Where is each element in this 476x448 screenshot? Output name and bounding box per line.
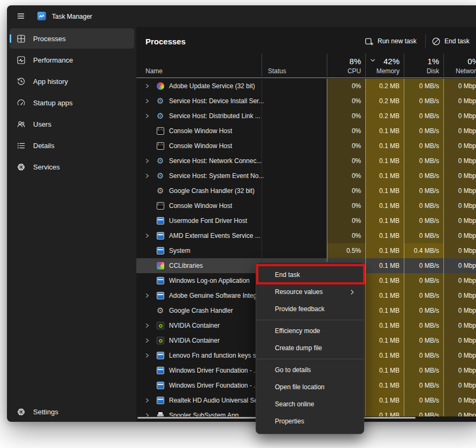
hamburger-menu-icon[interactable] [16, 11, 26, 21]
google-gear-icon: ⚙ [157, 187, 165, 195]
column-header-network[interactable]: 0% Network [443, 53, 476, 78]
expand-chevron-icon[interactable] [144, 113, 151, 119]
status-cell [262, 213, 327, 228]
table-row[interactable]: ⚙Service Host: Network Connec...0%0.1 MB… [136, 153, 476, 168]
network-cell: 0 Mbps [443, 408, 476, 416]
network-cell: 0 Mbps [443, 123, 476, 138]
windows-app-icon [157, 247, 165, 254]
expand-chevron-icon[interactable] [144, 397, 151, 404]
sidebar-item-settings[interactable]: Settings [10, 401, 134, 422]
menu-item-open-file-location[interactable]: Open file location [256, 379, 364, 396]
cc-icon [157, 262, 165, 269]
memory-cell: 0.1 MB [365, 198, 404, 213]
table-row[interactable]: ⚙Service Host: Distributed Link ...0%0.2… [136, 109, 476, 123]
expand-chevron-icon[interactable] [144, 292, 151, 299]
memory-cell: 0.1 MB [365, 258, 404, 273]
memory-cell: 0.1 MB [365, 153, 404, 168]
table-row[interactable]: Usermode Font Driver Host0%0.1 MB0 MB/s0… [136, 213, 476, 228]
windows-app-icon [157, 292, 165, 299]
memory-cell: 0.1 MB [365, 288, 404, 303]
cpu-cell: 0% [327, 183, 365, 198]
cpu-cell: 0% [327, 153, 365, 168]
toolbar-separator [425, 34, 426, 48]
status-cell [262, 228, 327, 243]
cpu-cell: 0% [327, 228, 365, 243]
process-name: System [169, 247, 190, 254]
expand-chevron-icon[interactable] [144, 337, 151, 344]
disk-cell: 0 MB/s [404, 378, 443, 393]
console-icon: C:\ [157, 127, 165, 135]
status-cell [262, 243, 327, 258]
sidebar-item-services[interactable]: Services [10, 157, 134, 177]
sidebar-item-details[interactable]: Details [10, 135, 134, 156]
process-name: Service Host: Distributed Link ... [169, 112, 260, 120]
process-name: Windows Driver Foundation - ... [169, 382, 259, 389]
run-new-task-label: Run new task [378, 37, 417, 45]
menu-separator [257, 359, 363, 359]
process-name: Usermode Font Driver Host [169, 217, 247, 225]
menu-item-search-online[interactable]: Search online [256, 396, 364, 413]
process-name: Realtek HD Audio Universal Se... [169, 397, 263, 404]
table-row[interactable]: AMD External Events Service ...0%0.1 MB0… [136, 228, 476, 243]
memory-cell: 0.1 MB [365, 333, 404, 348]
network-cell: 0 Mbps [443, 348, 476, 363]
table-row[interactable]: C:\Console Window Host0%0.1 MB0 MB/s0 Mb… [136, 198, 476, 213]
disk-cell: 0 MB/s [404, 363, 443, 378]
memory-cell: 0.1 MB [365, 318, 404, 333]
menu-item-efficiency-mode[interactable]: Efficiency mode [256, 322, 364, 339]
sidebar-item-users[interactable]: Users [10, 114, 134, 134]
table-row[interactable]: C:\Console Window Host0%0.1 MB0 MB/s0 Mb… [136, 138, 476, 153]
table-row[interactable]: System0.5%0.1 MB0.4 MB/s0 Mbps [136, 243, 476, 258]
column-header-name[interactable]: Name [136, 53, 262, 78]
expand-chevron-icon[interactable] [144, 98, 151, 104]
service-gear-icon: ⚙ [157, 172, 165, 180]
settings-gear-icon [10, 407, 26, 416]
disk-cell: 0 MB/s [404, 408, 443, 416]
table-row[interactable]: C:\Console Window Host0%0.1 MB0 MB/s0 Mb… [136, 123, 476, 138]
sidebar-item-performance[interactable]: Performance [10, 50, 134, 70]
desktop-background: Task Manager ProcessesPerformanceApp his… [0, 0, 476, 448]
network-cell: 0 Mbps [443, 303, 476, 318]
expand-chevron-icon[interactable] [144, 173, 151, 179]
network-cell: 0 Mbps [443, 333, 476, 348]
run-new-task-button[interactable]: Run new task [365, 34, 417, 48]
menu-item-provide-feedback[interactable]: Provide feedback [256, 300, 364, 318]
sidebar-item-startup-apps[interactable]: Startup apps [10, 92, 134, 113]
menu-item-create-dump-file[interactable]: Create dump file [256, 339, 364, 357]
table-row[interactable]: ⚙Google Crash Handler (32 bit)0%0.1 MB0 … [136, 183, 476, 198]
column-header-disk[interactable]: 1% Disk [404, 53, 443, 78]
expand-chevron-icon[interactable] [144, 322, 151, 329]
table-row[interactable]: ⚙Service Host: System Event No...0%0.1 M… [136, 168, 476, 183]
end-task-button[interactable]: End task [432, 34, 470, 48]
windows-app-icon [157, 352, 165, 359]
menu-item-properties[interactable]: Properties [256, 413, 364, 430]
network-cell: 0 Mbps [443, 273, 476, 288]
column-header-memory[interactable]: 42% Memory [365, 53, 404, 78]
memory-cell: 0.1 MB [365, 363, 404, 378]
table-row[interactable]: Adobe Update Service (32 bit)0%0.2 MB0 M… [136, 79, 476, 94]
expand-chevron-icon[interactable] [144, 412, 151, 416]
menu-item-go-to-details[interactable]: Go to details [256, 361, 364, 379]
cpu-cell: 0% [327, 168, 365, 183]
sidebar-item-app-history[interactable]: App history [10, 71, 134, 91]
memory-cell: 0.1 MB [365, 273, 404, 288]
process-name: Google Crash Handler (32 bit) [169, 187, 255, 195]
memory-cell: 0.2 MB [365, 109, 404, 123]
sidebar-item-processes[interactable]: Processes [10, 28, 134, 49]
process-name: Console Window Host [169, 127, 232, 135]
expand-chevron-icon[interactable] [144, 83, 151, 89]
menu-item-resource-values[interactable]: Resource values [256, 283, 364, 300]
table-row[interactable]: ⚙Service Host: Device Install Ser...0%0.… [136, 94, 476, 109]
startup-apps-icon [10, 98, 26, 107]
column-header-cpu[interactable]: 8% CPU [327, 53, 365, 78]
column-header-status[interactable]: Status [262, 53, 327, 78]
expand-chevron-icon[interactable] [144, 158, 151, 164]
network-cell: 0 Mbps [443, 198, 476, 213]
console-icon: C:\ [157, 142, 165, 150]
expand-chevron-icon[interactable] [144, 352, 151, 359]
windows-app-icon [157, 397, 165, 404]
service-gear-icon: ⚙ [157, 157, 165, 165]
status-cell [262, 198, 327, 213]
expand-chevron-icon[interactable] [144, 233, 151, 239]
network-cell: 0 Mbps [443, 168, 476, 183]
